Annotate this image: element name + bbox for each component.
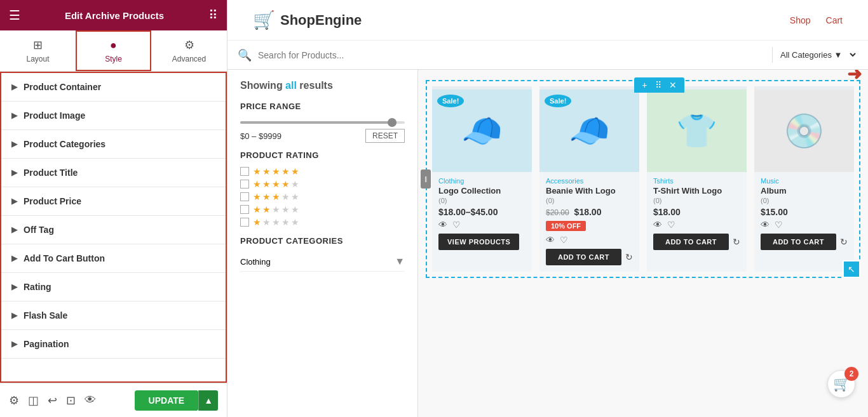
grid-close-button[interactable]: ✕ (667, 79, 679, 91)
update-group: UPDATE ▲ (135, 390, 218, 411)
sidebar-item-label: Rating (24, 282, 51, 292)
add-to-cart-button-2[interactable]: ADD TO CART (546, 249, 621, 265)
cart-badge: 2 (844, 367, 858, 381)
rating-checkbox-2[interactable] (240, 205, 249, 214)
category-chevron-down-icon: ▼ (395, 256, 405, 267)
cart-row-3: ADD TO CART ↻ (653, 234, 740, 250)
content-area: 🔍 All Categories ▼ Showing all results P… (227, 41, 868, 417)
wishlist-icon-1[interactable]: ♡ (452, 220, 461, 230)
showing-text-suffix: results (297, 80, 333, 91)
stars-2: ★★★★★ (253, 204, 299, 215)
sale-price-2: $18.00 (574, 207, 602, 217)
grid-add-button[interactable]: + (639, 79, 649, 91)
product-price-4: $15.00 (761, 207, 848, 217)
sidebar-item-pagination[interactable]: ▶ Pagination (1, 330, 226, 359)
sidebar-item-product-image[interactable]: ▶ Product Image (1, 102, 226, 130)
cart-icon-button[interactable]: 🛒 2 (827, 370, 855, 398)
product-category-1: Clothing (438, 177, 526, 185)
sidebar-item-product-price[interactable]: ▶ Product Price (1, 187, 226, 216)
refresh-icon-4[interactable]: ↻ (840, 237, 848, 247)
add-to-cart-button-3[interactable]: ADD TO CART (653, 234, 729, 250)
refresh-icon-3[interactable]: ↻ (733, 237, 740, 247)
sidebar-tabs: ⊞ Layout ● Style ⚙ Advanced (0, 30, 227, 72)
rating-row-2: ★★★★★ (240, 204, 405, 215)
cart-widget: 🛒 2 (827, 370, 855, 398)
price-min: $0 – $9999 (240, 131, 281, 141)
tab-style[interactable]: ● Style (76, 30, 151, 71)
chevron-right-icon: ▶ (11, 282, 17, 291)
categories-title: PRODUCT CATEGORIES (240, 236, 405, 246)
resize-handle-left[interactable]: ‖ (421, 169, 431, 189)
product-image-1: 🧢 Sale! (432, 89, 532, 172)
category-item-clothing[interactable]: Clothing ▼ (240, 252, 405, 272)
product-title-1: Logo Collection (438, 186, 526, 195)
rating-checkbox-1[interactable] (240, 218, 249, 227)
hamburger-icon[interactable]: ☰ (9, 8, 20, 23)
sidebar-item-add-to-cart[interactable]: ▶ Add To Cart Button (1, 244, 226, 273)
product-image-2: 🧢 Sale! (539, 89, 639, 172)
update-button[interactable]: UPDATE (135, 390, 199, 411)
showing-all: all (285, 80, 297, 91)
search-input[interactable] (258, 50, 772, 60)
price-range-row: $0 – $9999 RESET (240, 129, 405, 143)
sidebar-item-product-container[interactable]: ▶ Product Container (1, 73, 226, 102)
product-title-4: Album (761, 186, 848, 195)
showing-results: Showing all results (240, 80, 405, 91)
corner-resize-handle[interactable]: ↖ (843, 260, 860, 278)
grid-icon[interactable]: ⠿ (208, 8, 218, 23)
price-range-slider[interactable] (240, 121, 405, 124)
sidebar-item-product-title[interactable]: ▶ Product Title (1, 159, 226, 187)
product-card-3: 👕 Tshirts T-Shirt With Logo (0) $18.0 (647, 86, 747, 272)
rating-checkbox-5[interactable] (240, 167, 249, 176)
update-dropdown-button[interactable]: ▲ (198, 390, 218, 411)
view-icon-3[interactable]: 👁 (653, 220, 662, 230)
sidebar-item-label: Off Tag (24, 225, 54, 235)
stars-4: ★★★★★ (253, 179, 299, 189)
sidebar-item-product-categories[interactable]: ▶ Product Categories (1, 130, 226, 159)
refresh-icon-2[interactable]: ↻ (625, 252, 633, 262)
cart-link[interactable]: Cart (826, 15, 843, 25)
preview-icon[interactable]: 👁 (85, 394, 96, 407)
settings-icon[interactable]: ⚙ (9, 394, 19, 407)
showing-text-prefix: Showing (240, 80, 285, 91)
sidebar-item-flash-sale[interactable]: ▶ Flash Sale (1, 301, 226, 330)
layers-icon[interactable]: ◫ (28, 394, 39, 407)
cart-row-4: ADD TO CART ↻ (761, 234, 848, 250)
product-image-wrap-4: 💿 (754, 86, 854, 172)
history-icon[interactable]: ↩ (48, 394, 57, 407)
grid-move-button[interactable]: ⠿ (653, 79, 664, 91)
wishlist-icon-2[interactable]: ♡ (560, 235, 568, 245)
view-icon-4[interactable]: 👁 (761, 220, 770, 230)
sale-badge-1: Sale! (437, 95, 464, 107)
category-select[interactable]: All Categories ▼ (772, 47, 858, 63)
sidebar-item-label: Add To Cart Button (24, 253, 105, 263)
wishlist-icon-3[interactable]: ♡ (667, 220, 675, 230)
tab-advanced[interactable]: ⚙ Advanced (151, 30, 227, 71)
view-icon-2[interactable]: 👁 (546, 235, 555, 245)
sidebar-item-label: Product Image (24, 110, 85, 121)
add-to-cart-button-4[interactable]: ADD TO CART (761, 234, 836, 250)
chevron-right-icon: ▶ (11, 225, 17, 234)
tab-layout[interactable]: ⊞ Layout (0, 30, 76, 71)
sidebar-title: Edit Archive Products (65, 10, 164, 21)
sidebar-item-rating[interactable]: ▶ Rating (1, 273, 226, 301)
product-card-2: 🧢 Sale! Accessories Beanie With Logo (0) (539, 86, 639, 272)
chevron-right-icon: ▶ (11, 168, 17, 177)
templates-icon[interactable]: ⊡ (66, 394, 76, 407)
bottom-icons: ⚙ ◫ ↩ ⊡ 👁 (9, 394, 96, 407)
view-products-button-1[interactable]: VIEW PRODUCTS (438, 234, 519, 250)
rating-row-3: ★★★★★ (240, 192, 405, 202)
rating-checkbox-4[interactable] (240, 180, 249, 189)
wishlist-icon-4[interactable]: ♡ (775, 220, 783, 230)
grid-toolbar: + ⠿ ✕ (634, 77, 684, 93)
shop-link[interactable]: Shop (790, 15, 811, 25)
search-bar: 🔍 All Categories ▼ (227, 41, 868, 70)
product-reviews-1: (0) (438, 197, 526, 204)
product-price-2: $20.00 $18.00 (546, 207, 633, 217)
off-tag-2: 10% OFF (546, 221, 586, 231)
sidebar-item-off-tag[interactable]: ▶ Off Tag (1, 216, 226, 244)
reset-button[interactable]: RESET (365, 129, 405, 143)
rating-checkbox-3[interactable] (240, 192, 249, 201)
view-icon-1[interactable]: 👁 (438, 220, 447, 230)
search-icon[interactable]: 🔍 (238, 48, 252, 62)
